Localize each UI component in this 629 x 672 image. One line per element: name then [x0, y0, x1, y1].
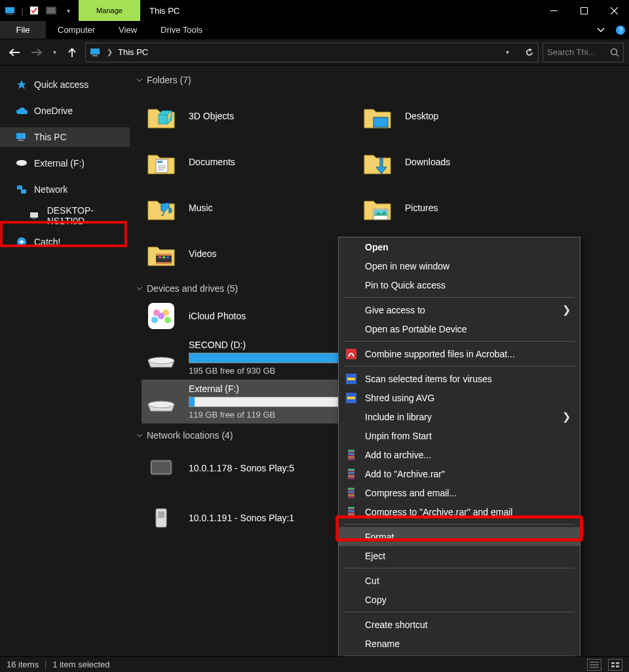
ql-properties-icon[interactable]	[26, 0, 42, 21]
close-button[interactable]	[599, 0, 629, 21]
svg-point-37	[158, 313, 164, 319]
address-dropdown-icon[interactable]: ▾	[499, 43, 516, 62]
sidebar-item-external[interactable]: External (F:)	[0, 153, 130, 173]
folder-label: Videos	[189, 248, 217, 259]
ribbon-tab-computer[interactable]: Computer	[46, 21, 107, 39]
sidebar-item-desktop-host[interactable]: DESKTOP-NS1TI0D	[0, 206, 130, 226]
star-icon	[16, 79, 28, 90]
context-item-open[interactable]: Open	[339, 237, 580, 256]
sidebar-item-onedrive[interactable]: OneDrive	[0, 101, 130, 121]
folder-desktop[interactable]: Desktop	[358, 93, 574, 139]
context-item-rename[interactable]: Rename	[339, 634, 580, 653]
context-item-label: Compress and email...	[365, 488, 457, 498]
sidebar-item-label: DESKTOP-NS1TI0D	[47, 205, 130, 226]
context-item-combine-supported-files-in-acrobat[interactable]: Combine supported files in Acrobat...	[339, 344, 580, 363]
view-large-button[interactable]	[608, 659, 622, 671]
svg-rect-52	[348, 456, 354, 458]
section-header-label: Network locations (4)	[147, 430, 233, 441]
status-item-count: 16 items	[7, 660, 39, 669]
chevron-right-icon[interactable]: ❯	[107, 48, 113, 56]
svg-rect-51	[348, 453, 354, 455]
file-menu[interactable]: File	[0, 21, 46, 39]
context-item-label: Scan selected items for viruses	[365, 374, 492, 384]
ql-folder-icon[interactable]	[43, 0, 59, 21]
section-header-folders[interactable]: Folders (7)	[130, 72, 629, 88]
context-item-add-to-archive-rar[interactable]: Add to "Archive.rar"	[339, 464, 580, 483]
svg-rect-62	[348, 507, 354, 509]
svg-rect-48	[347, 397, 355, 399]
context-item-add-to-archive[interactable]: Add to archive...	[339, 445, 580, 464]
back-button[interactable]	[5, 43, 24, 62]
folder-music[interactable]: Music	[142, 185, 358, 231]
svg-rect-50	[348, 450, 354, 452]
ribbon-collapse-icon[interactable]	[590, 21, 612, 39]
context-item-format[interactable]: Format...	[339, 527, 580, 546]
svg-point-15	[16, 160, 27, 165]
context-item-give-access-to[interactable]: Give access to❯	[339, 300, 580, 319]
context-item-open-as-portable-device[interactable]: Open as Portable Device	[339, 319, 580, 338]
status-bar: 16 items 1 item selected	[0, 656, 629, 672]
context-item-compress-to-archive-rar-and-email[interactable]: Compress to "Archive.rar" and email	[339, 502, 580, 521]
breadcrumb[interactable]: This PC	[118, 47, 148, 57]
folder-label: Music	[189, 203, 213, 213]
context-separator	[344, 524, 575, 524]
context-item-label: Give access to	[365, 305, 425, 315]
recent-dropdown-icon[interactable]: ▾	[50, 43, 59, 62]
context-item-scan-selected-items-for-viruses[interactable]: Scan selected items for viruses	[339, 369, 580, 388]
folder-videos[interactable]: Videos	[142, 231, 358, 277]
help-icon[interactable]: ?	[612, 21, 629, 39]
maximize-button[interactable]	[569, 0, 599, 21]
address-bar[interactable]: ❯ This PC ▾	[85, 43, 539, 62]
svg-point-38	[148, 357, 174, 364]
svg-rect-6	[581, 7, 587, 14]
content-pane: Folders (7) 3D Objects Desktop Documents…	[130, 66, 629, 656]
ribbon-contextual-label: Manage	[96, 7, 123, 14]
up-button[interactable]	[63, 43, 81, 62]
context-item-open-in-new-window[interactable]: Open in new window	[339, 256, 580, 275]
folder-documents[interactable]: Documents	[142, 139, 358, 185]
search-input[interactable]: Search Thi...	[543, 43, 624, 62]
sidebar-item-label: Catch!	[34, 237, 60, 247]
context-item-pin-to-quick-access[interactable]: Pin to Quick access	[339, 275, 580, 294]
svg-rect-13	[18, 140, 24, 141]
folder-downloads[interactable]: Downloads	[358, 139, 574, 185]
svg-rect-63	[348, 510, 354, 512]
hdd-icon	[145, 386, 177, 418]
svg-rect-10	[92, 55, 98, 56]
sidebar-item-catch[interactable]: Catch!	[0, 232, 130, 252]
ribbon-contextual-tab[interactable]: Manage	[79, 0, 140, 21]
svg-rect-56	[348, 475, 354, 477]
context-item-create-shortcut[interactable]: Create shortcut	[339, 615, 580, 634]
folder-pictures[interactable]: Pictures	[358, 185, 574, 231]
forward-button[interactable]	[28, 43, 46, 62]
svg-rect-9	[90, 49, 100, 54]
drive-icon	[16, 157, 28, 169]
context-item-compress-and-email[interactable]: Compress and email...	[339, 483, 580, 502]
ribbon-tab-view[interactable]: View	[107, 21, 149, 39]
refresh-icon[interactable]	[521, 43, 538, 62]
context-item-unpin-from-start[interactable]: Unpin from Start	[339, 426, 580, 445]
context-item-eject[interactable]: Eject	[339, 546, 580, 565]
svg-rect-41	[152, 462, 170, 473]
view-details-button[interactable]	[587, 659, 601, 671]
context-item-shred-using-avg[interactable]: Shred using AVG	[339, 388, 580, 407]
context-item-label: Combine supported files in Acrobat...	[365, 349, 515, 359]
svg-rect-17	[21, 189, 26, 193]
context-item-cut[interactable]: Cut	[339, 571, 580, 590]
context-item-copy[interactable]: Copy	[339, 590, 580, 609]
minimize-button[interactable]	[539, 0, 569, 21]
ribbon-tab-drive-tools[interactable]: Drive Tools	[149, 21, 214, 39]
sidebar-item-label: OneDrive	[34, 106, 73, 116]
sidebar-item-quick-access[interactable]: Quick access	[0, 75, 130, 94]
context-item-label: Rename	[365, 639, 400, 649]
svg-rect-12	[16, 133, 26, 139]
chevron-down-icon	[136, 285, 143, 292]
network-item-label: 10.0.1.191 - Sonos Play:1	[189, 513, 294, 523]
context-item-include-in-library[interactable]: Include in library❯	[339, 407, 580, 426]
sidebar-item-network[interactable]: Network	[0, 180, 130, 199]
sidebar-item-this-pc[interactable]: This PC	[0, 127, 130, 147]
folder-3d-objects[interactable]: 3D Objects	[142, 93, 358, 139]
svg-rect-0	[5, 7, 14, 13]
chevron-down-icon	[136, 432, 143, 439]
ql-dropdown-icon[interactable]: ▾	[60, 0, 76, 21]
